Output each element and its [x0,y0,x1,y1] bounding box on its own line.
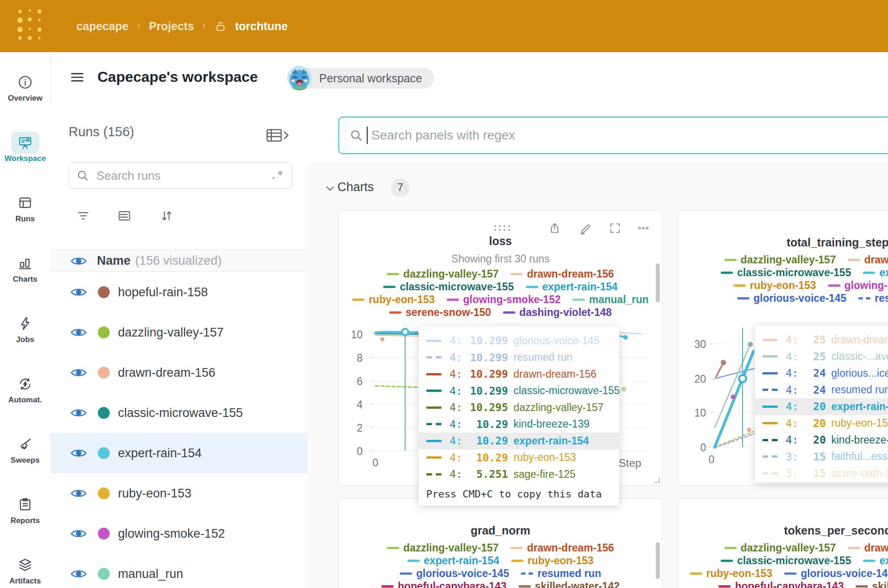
legend-row: dazzling-valley-157drawn-dream-156 [342,267,659,280]
tooltip-step: 4: [448,418,462,430]
legend-item[interactable]: glorious-voice-145 [784,567,888,580]
legend-item[interactable]: expert-rain-154 [526,281,618,293]
eye-icon[interactable] [70,367,87,378]
runs-table-expand-icon[interactable] [265,126,291,146]
drag-handle-icon[interactable] [492,225,512,234]
legend-line-swatch [389,311,401,314]
legend-line-swatch [521,572,533,575]
eye-icon[interactable] [70,528,87,539]
legend-item[interactable]: serene-snow-150 [389,306,491,319]
chevron-down-icon[interactable] [324,182,337,195]
legend-run-name: hopeful-capybara-143 [398,580,507,588]
sidebar-item-charts[interactable]: Charts [0,252,50,284]
run-list-header-sub: (156 visualized) [135,254,222,268]
run-row[interactable]: drawn-dream-156 [50,353,307,393]
legend-item[interactable]: dazzling-valley-157 [387,542,498,554]
legend-item[interactable]: classic-microwave-155 [721,267,851,279]
legend-item[interactable]: dashing-violet-148 [503,306,612,319]
eye-icon[interactable] [70,568,87,579]
sidebar-item-jobs[interactable]: Jobs [0,313,50,344]
eye-icon[interactable] [70,488,87,499]
sidebar-item-overview[interactable]: Overview [0,71,50,103]
panel-search-input[interactable] [370,121,829,150]
legend-item[interactable]: glowing-smoke-152 [447,294,561,306]
legend-item[interactable]: drawn-dream-156 [510,542,614,554]
legend-item[interactable]: ruby-eon-153 [511,555,594,567]
legend-run-name: resumed run [537,567,601,580]
legend-item[interactable]: skilled-water-142 [856,580,888,588]
legend-item[interactable]: hopeful-capybara-143 [381,580,507,588]
legend-item[interactable]: manual_run [572,294,648,306]
group-list-icon[interactable] [117,208,133,224]
legend-item[interactable]: drawn-dream-156 [848,542,888,554]
eye-icon[interactable] [70,327,87,338]
sidebar-item-label: Reports [0,516,50,525]
eye-icon[interactable] [70,407,87,418]
legend-item[interactable]: glowing-smoke-152 [828,279,888,292]
tooltip-run-name: drawn-dream-1 [831,334,888,346]
legend-item[interactable]: ruby-eon-153 [690,567,772,580]
run-row[interactable]: dazzling-valley-157 [50,312,307,353]
legend-run-name: dazzling-valley-157 [741,254,836,266]
legend-item[interactable]: dazzling-valley-157 [724,542,836,554]
tooltip-row: 4:24glorious...ice-1 [755,365,888,382]
legend-run-name: skilled-water-142 [535,580,620,588]
run-row[interactable]: expert-rain-154 [50,433,307,473]
sort-icon[interactable] [159,208,175,224]
runs-search-input[interactable] [96,165,262,187]
eye-icon[interactable] [70,287,87,298]
run-row[interactable]: manual_run [50,554,307,588]
legend-line-swatch [381,585,394,588]
legend-item[interactable]: dazzling-valley-157 [724,254,836,266]
avatar[interactable] [287,66,312,91]
filter-icon[interactable] [76,208,91,224]
run-row[interactable]: ruby-eon-153 [50,473,307,513]
run-row[interactable]: glowing-smoke-152 [50,513,307,554]
legend-scrollbar[interactable] [656,542,660,579]
panel-search-box [338,117,888,154]
run-row[interactable]: hopeful-rain-158 [50,272,307,312]
legend-item[interactable]: resumed run [521,567,601,580]
legend-item[interactable]: glorious-voice-145 [400,567,509,580]
legend-item[interactable]: glorious-voice-145 [737,292,846,305]
legend-item[interactable]: skilled-water-142 [519,580,620,588]
legend-item[interactable]: hopeful-capybara-143 [718,580,844,588]
tooltip-run-name: drawn-dream-156 [514,368,597,380]
hamburger-menu-icon[interactable] [70,69,87,87]
run-name: glowing-smoke-152 [118,527,225,541]
legend-row: dazzling-valley-157drawn-dream-156 [342,541,659,554]
legend-item[interactable]: expert-rain-154 [863,555,888,567]
legend-item[interactable]: drawn-dream-156 [848,254,888,266]
legend-scrollbar[interactable] [656,263,660,302]
breadcrumb-entity[interactable]: capecape [76,20,128,33]
legend-item[interactable]: drawn-dream-156 [510,268,614,280]
legend-run-name: ruby-eon-153 [528,555,594,567]
eye-icon[interactable] [70,256,87,267]
legend-item[interactable]: classic-microwave-155 [721,555,851,567]
panel-resize-handle[interactable] [654,477,660,483]
wandb-logo[interactable] [16,7,43,44]
sidebar-item-artifacts[interactable]: Artifacts [0,554,50,586]
bars-icon [11,252,39,274]
tooltip-line-swatch [426,356,442,358]
legend-item[interactable]: expert-rain-154 [407,555,499,567]
sidebar-item-sweeps[interactable]: Sweeps [0,433,50,465]
breadcrumb-project-name[interactable]: torchtune [235,20,288,33]
tooltip-value: 15 [804,451,826,463]
legend-item[interactable]: ruby-eon-153 [352,294,434,306]
run-row[interactable]: classic-microwave-155 [50,393,307,433]
sidebar-item-runs[interactable]: Runs [0,192,50,224]
legend-item[interactable]: expert-rain-154 [863,267,888,279]
legend-item[interactable]: classic-microwave-155 [383,281,514,293]
sidebar-item-workspace[interactable]: Workspace [0,132,50,163]
legend-item[interactable]: resumed run [858,292,888,305]
sidebar-item-automat[interactable]: Automat. [0,373,50,405]
tooltip-run-name: classic-microwave-155 [514,385,620,397]
breadcrumb-projects[interactable]: Projects [149,20,194,33]
sidebar-item-reports[interactable]: Reports [0,494,50,525]
legend-run-name: drawn-dream-156 [527,542,614,554]
legend-item[interactable]: dazzling-valley-157 [387,268,498,280]
regex-toggle[interactable]: .* [270,169,284,182]
eye-icon[interactable] [70,448,87,459]
legend-item[interactable]: ruby-eon-153 [733,279,816,292]
